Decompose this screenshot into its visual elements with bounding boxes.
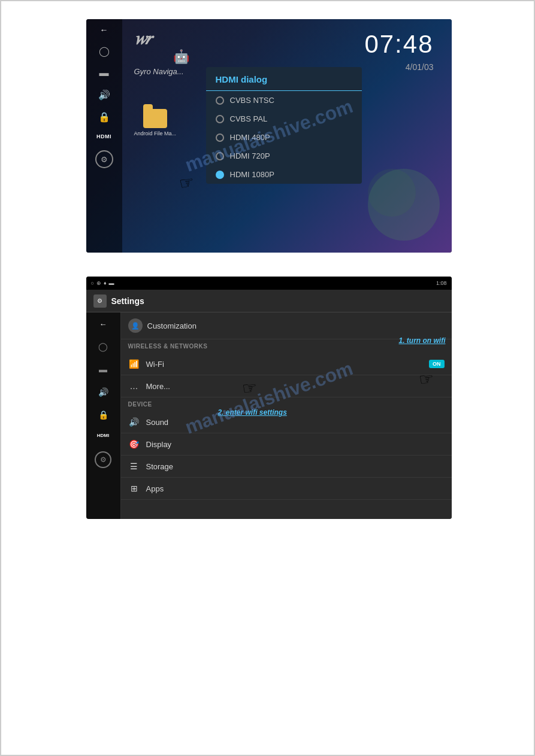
storage-label: Storage xyxy=(146,462,174,471)
radio-cvbs-ntsc[interactable] xyxy=(216,96,224,105)
file-manager-label: Android File Ma... xyxy=(134,130,177,136)
settings-app-title: Settings xyxy=(111,296,144,306)
settings-app-icon: ⚙ xyxy=(93,294,107,308)
radio-hdmi-1080p[interactable] xyxy=(216,171,224,179)
display-label: Display xyxy=(146,440,172,449)
screen2-sidebar: ← ◯ ▬ 🔊 🔒 HDMI ⚙ xyxy=(86,290,121,519)
s2-back-icon[interactable]: ← xyxy=(99,320,107,329)
file-manager-widget: Android File Ma... xyxy=(134,109,177,136)
wifi-label: Wi-Fi xyxy=(146,360,164,369)
display-icon: 🎯 xyxy=(128,439,140,449)
cursor-hand-2b: ☞ xyxy=(418,369,434,390)
wifi-toggle[interactable]: ON xyxy=(429,360,445,368)
hdmi-dialog: HDMI dialog CVBS NTSC CVBS PAL HDMI 480P… xyxy=(206,67,362,184)
wifi-item[interactable]: 📶 Wi-Fi ON xyxy=(121,353,452,375)
apps-label: Apps xyxy=(146,484,164,493)
radio-cvbs-pal[interactable] xyxy=(216,115,224,123)
bg-circle-2 xyxy=(368,169,416,217)
gyro-text: Gyro Naviga... xyxy=(134,67,184,76)
dialog-option-cvbs-pal[interactable]: CVBS PAL xyxy=(206,110,362,128)
s2-lock-icon[interactable]: 🔒 xyxy=(98,410,108,420)
dialog-option-hdmi-720p[interactable]: HDMI 720P xyxy=(206,147,362,165)
s2-settings-icon[interactable]: ⚙ xyxy=(95,451,111,468)
display-item[interactable]: 🎯 Display xyxy=(121,433,452,456)
customization-row[interactable]: 👤 Customization xyxy=(121,312,452,339)
dialog-option-cvbs-ntsc[interactable]: CVBS NTSC xyxy=(206,91,362,110)
screen1-time: 07:48 xyxy=(364,30,433,59)
cursor-hand-2a: ☞ xyxy=(241,378,258,399)
dialog-title: HDMI dialog xyxy=(206,67,362,91)
status-icon-wifi-s: ♦ xyxy=(104,280,107,286)
wifi-icon: 📶 xyxy=(128,359,140,369)
sound-label: Sound xyxy=(146,418,169,427)
more-label: More... xyxy=(146,382,170,391)
home-icon[interactable]: ◯ xyxy=(99,45,110,57)
label-cvbs-ntsc: CVBS NTSC xyxy=(230,96,274,105)
dialog-option-hdmi-1080p[interactable]: HDMI 1080P xyxy=(206,165,362,184)
status-icon-network: ⊕ xyxy=(96,280,101,286)
status-bar: ○ ⊕ ♦ ▬ 1:08 xyxy=(86,277,452,290)
sound-icon: 🔊 xyxy=(128,417,140,427)
label-hdmi-1080p: HDMI 1080P xyxy=(230,170,274,179)
hdmi-label: HDMI xyxy=(96,133,111,139)
screen1-sidebar: ← ◯ ▬ 🔊 🔒 HDMI ⚙ xyxy=(86,19,122,253)
status-icons: ○ ⊕ ♦ ▬ xyxy=(91,280,114,286)
settings-icon[interactable]: ⚙ xyxy=(95,150,113,168)
s2-hdmi-label: HDMI xyxy=(97,433,109,438)
android-icon: 🤖 xyxy=(173,49,189,65)
storage-item[interactable]: ☰ Storage xyxy=(121,456,452,478)
label-hdmi-720p: HDMI 720P xyxy=(230,151,270,160)
screenshot1: ← ◯ ▬ 🔊 🔒 HDMI ⚙ 07:48 4/01/03 𝑤𝑟 🤖 Gyro… xyxy=(86,19,452,253)
page-container: ← ◯ ▬ 🔊 🔒 HDMI ⚙ 07:48 4/01/03 𝑤𝑟 🤖 Gyro… xyxy=(1,1,535,756)
more-icon: … xyxy=(128,381,140,391)
status-icon-circle: ○ xyxy=(91,280,94,286)
back-icon[interactable]: ← xyxy=(100,25,108,35)
radio-hdmi-480p[interactable] xyxy=(216,133,224,142)
file-icon xyxy=(143,109,167,128)
label-hdmi-480p: HDMI 480P xyxy=(230,133,270,142)
turn-on-wifi-annotation: 1. turn on wifi xyxy=(399,336,446,345)
s2-volume-icon[interactable]: 🔊 xyxy=(98,387,108,397)
s2-recents-icon[interactable]: ▬ xyxy=(99,365,107,374)
enter-wifi-annotation: 2. enter wifi settings xyxy=(218,408,287,417)
apps-item[interactable]: ⊞ Apps xyxy=(121,478,452,500)
dialog-option-hdmi-480p[interactable]: HDMI 480P xyxy=(206,128,362,147)
radio-hdmi-720p[interactable] xyxy=(216,152,224,160)
status-time: 1:08 xyxy=(436,280,447,286)
customization-label: Customization xyxy=(147,321,197,330)
cursor-hand-1: ☞ xyxy=(177,172,195,194)
screen1-logo: 𝑤𝑟 xyxy=(134,28,150,49)
volume-icon[interactable]: 🔊 xyxy=(98,89,110,101)
screenshot2: ○ ⊕ ♦ ▬ 1:08 ⚙ Settings ← ◯ ▬ 🔊 🔒 HDMI ⚙ xyxy=(86,277,452,519)
more-item[interactable]: … More... xyxy=(121,375,452,397)
label-cvbs-pal: CVBS PAL xyxy=(230,114,268,123)
recents-icon[interactable]: ▬ xyxy=(99,68,109,78)
lock-icon[interactable]: 🔒 xyxy=(98,111,110,123)
customization-icon: 👤 xyxy=(128,318,143,333)
screen1-date: 4/01/03 xyxy=(406,62,434,72)
settings-app-header: ⚙ Settings xyxy=(86,290,452,312)
storage-icon: ☰ xyxy=(128,462,140,471)
apps-icon: ⊞ xyxy=(128,484,140,493)
status-icon-battery: ▬ xyxy=(109,280,114,286)
s2-home-icon[interactable]: ◯ xyxy=(98,342,108,351)
